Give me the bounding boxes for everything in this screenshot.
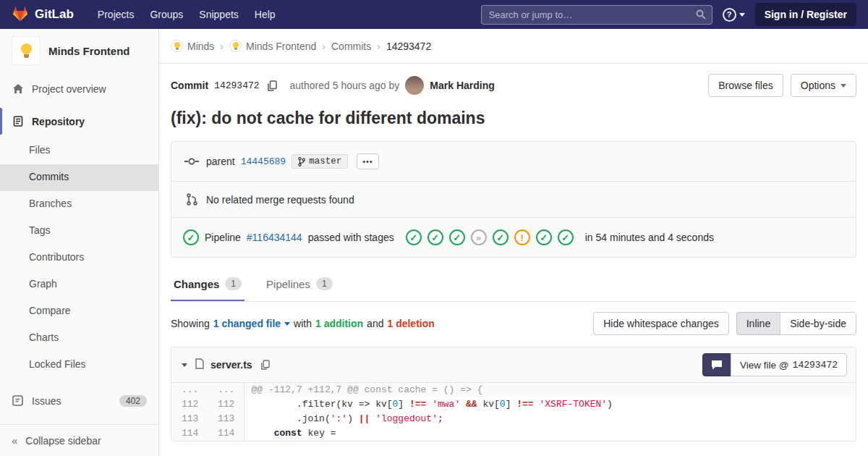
sign-in-button[interactable]: Sign in / Register xyxy=(755,3,856,26)
new-line-number[interactable]: 113 xyxy=(208,412,244,426)
collapse-diff-icon[interactable] xyxy=(180,362,189,368)
nav-right: ? Sign in / Register xyxy=(481,3,856,26)
old-line-number[interactable]: 114 xyxy=(171,426,208,441)
file-name[interactable]: server.ts xyxy=(210,359,252,371)
branch-label[interactable]: master xyxy=(292,154,348,169)
pipeline-stage-passed-icon[interactable]: ✓ xyxy=(427,229,443,245)
new-line-number: ... xyxy=(208,383,244,397)
sidebar-item-graph[interactable]: Graph xyxy=(0,271,158,298)
nav-left: GitLab ProjectsGroupsSnippetsHelp xyxy=(12,5,284,24)
commit-label: Commit xyxy=(171,80,208,91)
sidebar-item-label: Project overview xyxy=(32,83,106,95)
pipeline-status-icon[interactable]: ✓ xyxy=(183,229,199,245)
search-input[interactable] xyxy=(481,5,712,25)
inline-view-button[interactable]: Inline xyxy=(736,312,780,335)
breadcrumb-item-minds[interactable]: Minds xyxy=(171,40,214,52)
author-name-link[interactable]: Mark Harding xyxy=(430,80,494,91)
brand-text: GitLab xyxy=(35,7,74,22)
branch-name: master xyxy=(309,156,341,166)
collapse-sidebar-button[interactable]: Collapse sidebar xyxy=(0,424,158,456)
expand-refs-button[interactable]: ••• xyxy=(357,153,379,169)
changed-files-dropdown[interactable]: 1 changed file xyxy=(213,318,290,329)
hide-whitespace-button[interactable]: Hide whitespace changes xyxy=(593,312,729,335)
sidebar-item-issues[interactable]: Issues 402 xyxy=(0,384,158,417)
sidebar-item-tags[interactable]: Tags xyxy=(0,218,158,245)
tab-pipelines[interactable]: Pipelines1 xyxy=(263,268,336,301)
nav-item-help[interactable]: Help xyxy=(247,9,284,20)
parent-sha-link[interactable]: 14445689 xyxy=(241,156,286,167)
light-bulb-icon xyxy=(233,42,239,50)
sidebar-item-charts[interactable]: Charts xyxy=(0,325,158,352)
pipeline-stage-passed-icon[interactable]: ✓ xyxy=(536,229,552,245)
old-line-number: ... xyxy=(171,383,208,397)
pipeline-stage-warning-icon[interactable]: ! xyxy=(514,229,530,245)
copy-file-path-button[interactable] xyxy=(259,358,271,371)
commit-info-box: parent 14445689 master ••• No related me… xyxy=(171,141,856,258)
pipeline-stage-passed-icon[interactable]: ✓ xyxy=(558,229,574,245)
breadcrumb-item-commits[interactable]: Commits xyxy=(331,41,371,52)
nav-item-snippets[interactable]: Snippets xyxy=(191,9,246,20)
nav-item-groups[interactable]: Groups xyxy=(142,9,191,20)
side-by-side-view-button[interactable]: Side-by-side xyxy=(780,312,856,335)
tab-count-badge: 1 xyxy=(316,277,333,290)
and-label: and xyxy=(367,318,383,329)
view-file-button[interactable]: View file @ 14293472 xyxy=(731,353,847,376)
top-navbar: GitLab ProjectsGroupsSnippetsHelp ? Sign… xyxy=(0,0,868,29)
commit-sha: 14293472 xyxy=(214,80,259,91)
search-box xyxy=(481,5,712,25)
pipeline-stage-passed-icon[interactable]: ✓ xyxy=(493,229,509,245)
sidebar-item-locked-files[interactable]: Locked Files xyxy=(0,352,158,379)
pipeline-stage-icons: ✓✓✓»✓!✓✓ xyxy=(406,229,574,245)
new-line-number[interactable]: 112 xyxy=(208,397,244,412)
nav-menu: ProjectsGroupsSnippetsHelp xyxy=(90,9,284,20)
pipeline-status-text: passed with stages xyxy=(308,232,394,243)
tab-changes[interactable]: Changes1 xyxy=(171,268,244,301)
breadcrumb-item-14293472[interactable]: 14293472 xyxy=(386,41,431,52)
toggle-comments-button[interactable] xyxy=(702,353,731,376)
nav-item-projects[interactable]: Projects xyxy=(90,9,142,20)
deletions-count: 1 deletion xyxy=(387,318,434,329)
main-content: Minds›Minds Frontend›Commits›14293472 Co… xyxy=(159,29,868,456)
sidebar-item-project-overview[interactable]: Project overview xyxy=(0,72,158,105)
diff-view-controls: Hide whitespace changes Inline Side-by-s… xyxy=(593,312,856,335)
copy-sha-button[interactable] xyxy=(265,79,278,93)
sidebar-item-repository[interactable]: Repository xyxy=(0,105,158,138)
sidebar-item-contributors[interactable]: Contributors xyxy=(0,245,158,271)
file-actions: View file @ 14293472 xyxy=(702,353,847,376)
project-context[interactable]: Minds Frontend xyxy=(0,29,158,72)
tab-label: Pipelines xyxy=(266,278,310,290)
pipeline-id-link[interactable]: #116434144 xyxy=(247,232,302,243)
old-line-number[interactable]: 113 xyxy=(171,412,208,426)
sidebar: Minds Frontend Project overview Reposito… xyxy=(0,29,159,456)
breadcrumb-item-minds-frontend[interactable]: Minds Frontend xyxy=(229,40,316,52)
browse-files-button[interactable]: Browse files xyxy=(708,74,783,97)
gitlab-logo[interactable]: GitLab xyxy=(12,5,74,24)
sidebar-item-branches[interactable]: Branches xyxy=(0,191,158,218)
diff-line: 113113 .join(':') || 'loggedout'; xyxy=(171,412,856,426)
sidebar-item-commits[interactable]: Commits xyxy=(0,164,158,191)
new-line-number[interactable]: 114 xyxy=(208,426,244,441)
pipeline-stage-skipped-icon[interactable]: » xyxy=(471,229,487,245)
sidebar-item-files[interactable]: Files xyxy=(0,138,158,164)
pipeline-stage-passed-icon[interactable]: ✓ xyxy=(406,229,422,245)
author-avatar[interactable] xyxy=(405,76,424,95)
project-avatar xyxy=(12,36,41,65)
sidebar-item-label: Issues xyxy=(32,395,61,407)
pipeline-stage-passed-icon[interactable]: ✓ xyxy=(449,229,465,245)
options-dropdown-button[interactable]: Options xyxy=(791,74,856,97)
tab-label: Changes xyxy=(174,278,219,290)
commit-actions: Browse files Options xyxy=(708,74,856,97)
code-line: .join(':') || 'loggedout'; xyxy=(244,412,856,426)
tanuki-icon xyxy=(12,5,29,24)
old-line-number[interactable]: 112 xyxy=(171,397,208,412)
breadcrumb-separator: › xyxy=(220,41,224,52)
diff-summary-row: Showing 1 changed file with 1 addition a… xyxy=(171,302,856,345)
showing-label: Showing xyxy=(171,318,210,329)
search-icon[interactable] xyxy=(696,9,706,22)
sidebar-item-compare[interactable]: Compare xyxy=(0,298,158,325)
breadcrumb-separator: › xyxy=(322,41,326,52)
sidebar-item-label: Repository xyxy=(32,116,85,127)
branch-icon xyxy=(298,157,305,166)
tabs-bar: Changes1Pipelines1 xyxy=(171,268,856,302)
help-dropdown[interactable]: ? xyxy=(723,8,745,22)
